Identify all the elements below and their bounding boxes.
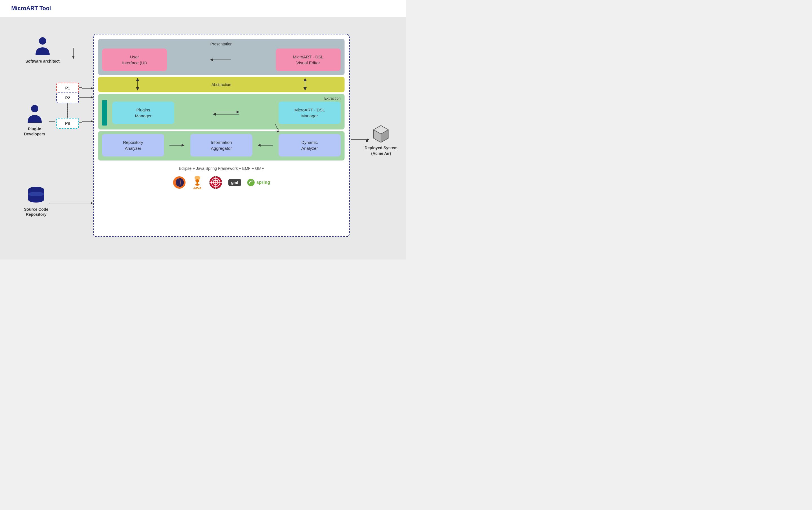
main-diagram-box: Presentation UserInterface (UI) MicroART… — [93, 34, 350, 237]
plugin-p1: P1 — [56, 83, 79, 93]
plugin-pn: Pn — [56, 118, 79, 129]
dsl-visual-editor-box: MicroART - DSLVisual Editor — [276, 49, 340, 71]
layer-presentation: Presentation UserInterface (UI) MicroART… — [98, 39, 344, 75]
gmf-logo: gmf — [229, 179, 241, 186]
svg-point-49 — [195, 184, 200, 186]
app-title: MicroART Tool — [11, 5, 51, 11]
svg-marker-2 — [72, 56, 74, 59]
svg-point-18 — [39, 37, 46, 45]
svg-marker-34 — [237, 111, 239, 113]
arrow-ui-dsl — [171, 56, 272, 64]
framework-label: Eclipse + Java Spring Framework + EMF + … — [101, 166, 342, 171]
svg-point-45 — [176, 178, 180, 187]
person-icon-architect — [34, 37, 51, 56]
ui-box: UserInterface (UI) — [102, 49, 167, 71]
svg-marker-9 — [91, 120, 93, 122]
extraction-row: PluginsManager MicroART - DSLManager — [102, 100, 340, 125]
svg-marker-27 — [136, 78, 139, 81]
deploy-arrow-svg — [350, 137, 372, 145]
layer-extraction: Extraction PluginsManager MicroA — [98, 94, 344, 130]
actor-devs-label: Plug-inDevelopers — [24, 126, 45, 137]
dashed-connector-svg — [66, 104, 69, 118]
svg-text:E: E — [213, 179, 214, 182]
svg-point-19 — [31, 105, 38, 112]
presentation-row: UserInterface (UI) MicroART - DSLVisual … — [102, 49, 340, 71]
plugin-pn-box: Pn — [56, 118, 79, 129]
layer-info: RepositoryAnalyzer InformationAggregator — [98, 131, 344, 161]
java-logo: Java — [192, 175, 203, 190]
dsl-manager-box: MicroART - DSLManager — [278, 102, 340, 124]
dynamic-analyzer-box: DynamicAnalyzer — [278, 134, 340, 157]
svg-marker-39 — [182, 144, 184, 147]
person-icon-devs — [26, 104, 43, 124]
svg-point-47 — [196, 179, 199, 182]
emf-logo: E M F — [209, 176, 223, 189]
plugin-p2-box: P2 — [56, 92, 79, 103]
svg-marker-36 — [213, 113, 216, 116]
main-content: Software architect Plug-inDevelopers Sou… — [0, 17, 406, 259]
repo-analyzer-box: RepositoryAnalyzer — [102, 134, 164, 157]
deployed-label: Deployed System(Acme Air) — [365, 145, 397, 156]
svg-marker-37 — [276, 131, 279, 133]
framework-section: Eclipse + Java Spring Framework + EMF + … — [98, 162, 344, 193]
eclipse-logo — [173, 176, 186, 189]
arrow-repo-info — [168, 142, 186, 149]
presentation-label: Presentation — [102, 42, 340, 46]
actor-architect-label: Software architect — [25, 59, 59, 64]
actor-repo-label: Source CodeRepository — [24, 207, 48, 217]
actor-source-repo: Source CodeRepository — [24, 186, 48, 217]
plugin-p1-box: P1 — [56, 83, 79, 93]
svg-point-23 — [28, 192, 44, 196]
svg-text:M: M — [215, 179, 217, 182]
spring-label: spring — [256, 180, 270, 185]
spring-logo: spring — [247, 178, 270, 187]
svg-point-58 — [247, 179, 254, 186]
svg-marker-32 — [303, 87, 307, 90]
cube-icon — [372, 124, 390, 142]
svg-marker-29 — [136, 87, 139, 90]
svg-marker-64 — [366, 140, 369, 142]
header: MicroART Tool — [0, 0, 406, 17]
info-aggregator-box: InformationAggregator — [190, 134, 252, 157]
abstraction-label: Abstraction — [211, 82, 231, 87]
framework-logos: Java E M F gmf — [101, 175, 342, 190]
actor-plugin-developers: Plug-inDevelopers — [24, 104, 45, 137]
arrow-plugins-dsl — [178, 109, 275, 117]
layer-abstraction: Abstraction — [98, 77, 344, 92]
svg-marker-41 — [258, 144, 261, 147]
plugin-p2: P2 — [56, 92, 79, 103]
plugins-manager-box: PluginsManager — [112, 102, 174, 124]
svg-marker-30 — [303, 78, 307, 81]
svg-marker-7 — [91, 96, 93, 98]
svg-marker-15 — [91, 202, 93, 204]
svg-marker-5 — [91, 87, 93, 89]
info-row: RepositoryAnalyzer InformationAggregator — [102, 134, 340, 157]
java-label: Java — [193, 186, 201, 190]
svg-marker-26 — [210, 58, 213, 61]
actor-software-architect: Software architect — [25, 37, 59, 64]
plugin-connector-bar — [102, 100, 107, 125]
extraction-label: Extraction — [324, 96, 340, 101]
arrow-dynamic-info — [256, 142, 275, 149]
svg-point-22 — [28, 197, 44, 202]
database-icon — [28, 186, 44, 204]
page-wrapper: MicroART Tool — [0, 0, 406, 259]
svg-text:F: F — [217, 179, 219, 182]
